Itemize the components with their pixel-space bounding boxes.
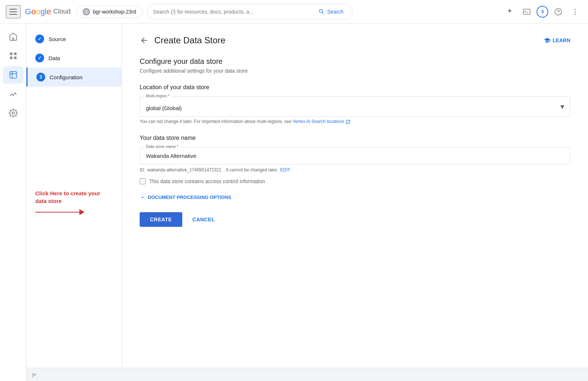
- user-avatar[interactable]: 3: [537, 6, 548, 18]
- multiregion-field: Multi-region * global (Global) us (Unite…: [140, 97, 570, 124]
- source-step[interactable]: ✓ Source: [26, 29, 122, 48]
- id-suffix: . It cannot be changed later.: [223, 167, 278, 173]
- help-button[interactable]: [551, 5, 565, 19]
- svg-rect-7: [12, 37, 14, 40]
- more-icon: [571, 8, 579, 16]
- help-icon: [554, 8, 562, 16]
- datastore-id: wakanda-alternative_1740951472321: [147, 167, 221, 173]
- create-button[interactable]: CREATE: [140, 212, 182, 227]
- back-button[interactable]: [140, 36, 148, 45]
- learn-button[interactable]: LEARN: [544, 37, 570, 44]
- cancel-button[interactable]: CANCEL: [187, 212, 221, 227]
- sidebar-item-analytics[interactable]: [3, 85, 24, 103]
- page-title: Create Data Store: [154, 35, 225, 46]
- data-step-label: Data: [49, 55, 60, 61]
- expand-icon[interactable]: |>: [32, 372, 36, 377]
- hamburger-menu[interactable]: [6, 5, 21, 18]
- svg-point-1: [86, 11, 87, 12]
- bottom-bar: |>: [26, 368, 588, 381]
- search-bar[interactable]: Search: [147, 4, 353, 20]
- back-icon: [140, 36, 148, 45]
- sidebar-item-products[interactable]: [3, 47, 24, 65]
- terminal-icon: [523, 8, 531, 16]
- more-options-button[interactable]: [568, 5, 582, 19]
- doc-processing-expand[interactable]: DOCUMENT PROCESSING OPTIONS: [140, 195, 570, 200]
- access-control-checkbox-row: This data store contains access control …: [140, 178, 570, 184]
- main-content: Create Data Store LEARN Configure your d…: [122, 23, 588, 381]
- svg-rect-2: [523, 9, 530, 14]
- sidebar-item-settings[interactable]: [3, 104, 24, 122]
- learn-label: LEARN: [553, 37, 570, 43]
- svg-rect-10: [10, 57, 12, 59]
- source-step-label: Source: [49, 36, 66, 42]
- multiregion-select[interactable]: global (Global) us (United States) eu (E…: [140, 100, 570, 116]
- svg-rect-11: [14, 57, 17, 59]
- svg-point-5: [575, 11, 576, 12]
- data-step-check: ✓: [35, 54, 44, 62]
- annotation-text: Click Here to create your data store: [35, 189, 101, 205]
- project-icon: [83, 8, 90, 15]
- arrow-head: [79, 209, 85, 215]
- multiregion-label: Multi-region *: [144, 94, 171, 98]
- svg-point-13: [12, 112, 14, 114]
- terminal-button[interactable]: [520, 5, 534, 19]
- svg-rect-12: [10, 72, 17, 78]
- actions-row: CREATE CANCEL: [140, 212, 570, 227]
- expand-icon: [140, 195, 146, 200]
- access-control-checkbox[interactable]: [140, 178, 146, 184]
- google-cloud-logo: Google Cloud: [25, 7, 71, 17]
- project-selector[interactable]: bgr-workshop-23rd: [76, 6, 143, 18]
- step-sidebar: ✓ Source ✓ Data 3 Configuration Click He…: [26, 23, 122, 381]
- annotation-arrow: [35, 209, 113, 215]
- location-section-title: Location of your data store: [140, 84, 570, 91]
- settings-icon: [9, 109, 18, 117]
- search-button[interactable]: Search: [315, 7, 346, 17]
- section-subtitle: Configure additional settings for your d…: [140, 68, 570, 74]
- configuration-step[interactable]: 3 Configuration: [26, 68, 122, 87]
- page-header: Create Data Store LEARN: [140, 35, 570, 46]
- svg-rect-8: [10, 52, 12, 55]
- datastore-name-input-wrapper: Data store name *: [140, 147, 570, 164]
- datastore-name-field: Data store name * ID: wakanda-alternativ…: [140, 147, 570, 184]
- search-input[interactable]: [153, 9, 316, 15]
- svg-point-4: [575, 9, 576, 10]
- vertex-search-link[interactable]: Vertex AI Search locations: [293, 119, 344, 124]
- doc-processing-label: DOCUMENT PROCESSING OPTIONS: [148, 195, 232, 200]
- search-btn-label: Search: [327, 9, 343, 15]
- edit-id-link[interactable]: EDIT: [280, 167, 290, 173]
- sidebar-item-home[interactable]: [3, 28, 24, 46]
- annotation-area: Click Here to create your data store: [26, 189, 122, 215]
- dashboard-icon: [9, 70, 18, 79]
- id-prefix: ID:: [140, 167, 145, 173]
- icon-sidebar: [0, 23, 26, 381]
- configuration-step-label: Configuration: [50, 74, 82, 80]
- nav-actions: 3: [503, 5, 582, 19]
- sidebar-item-dashboard[interactable]: [3, 66, 24, 84]
- data-step[interactable]: ✓ Data: [26, 48, 122, 68]
- top-navigation: Google Cloud bgr-workshop-23rd Search: [0, 0, 588, 23]
- section-title: Configure your data store: [140, 57, 570, 66]
- source-step-check: ✓: [35, 35, 44, 43]
- products-icon: [9, 51, 18, 60]
- sparkle-icon: [506, 8, 514, 16]
- datastore-name-input[interactable]: [140, 148, 570, 164]
- learn-icon: [544, 37, 551, 44]
- access-control-label[interactable]: This data store contains access control …: [149, 178, 265, 184]
- project-name: bgr-workshop-23rd: [93, 9, 136, 15]
- app-layout: ✓ Source ✓ Data 3 Configuration Click He…: [0, 23, 588, 381]
- home-icon: [9, 32, 18, 41]
- datastore-section-title: Your data store name: [140, 135, 570, 141]
- svg-point-3: [555, 8, 562, 15]
- analytics-icon: [9, 90, 18, 98]
- sparkle-button[interactable]: [503, 5, 517, 19]
- external-link-icon: [345, 119, 351, 124]
- multiregion-select-wrapper: Multi-region * global (Global) us (Unite…: [140, 97, 570, 117]
- datastore-id-row: ID: wakanda-alternative_1740951472321 . …: [140, 167, 570, 173]
- arrow-line: [35, 212, 79, 213]
- svg-point-6: [575, 14, 576, 15]
- location-helper-text: You can not change it later. For importa…: [140, 119, 570, 124]
- configuration-step-num: 3: [36, 73, 45, 81]
- svg-rect-9: [14, 52, 17, 55]
- datastore-name-legend: Data store name *: [144, 144, 180, 149]
- search-icon: [318, 8, 325, 15]
